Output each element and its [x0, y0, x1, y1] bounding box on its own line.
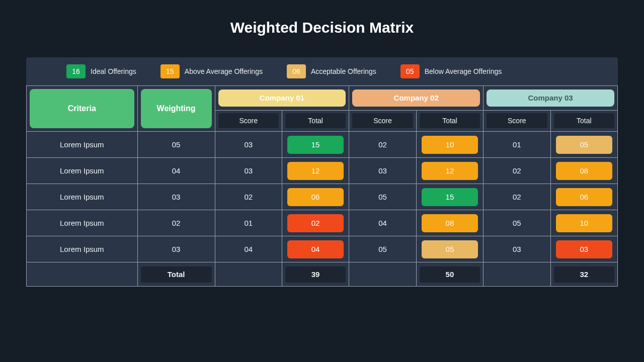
- score-cell: 04: [349, 210, 416, 236]
- score-cell: 03: [215, 132, 282, 158]
- header-company-2: Company 02: [352, 89, 480, 107]
- weight-cell: 05: [137, 132, 215, 158]
- decision-matrix-table: Criteria Weighting Company 01 Company 02…: [26, 85, 618, 287]
- score-cell: 02: [484, 184, 550, 210]
- header-weighting: Weighting: [141, 89, 212, 128]
- footer-total-label: Total: [141, 266, 212, 283]
- criteria-cell: Lorem Ipsum: [27, 184, 138, 210]
- score-cell: 03: [484, 236, 550, 262]
- sub-score: Score: [218, 113, 279, 128]
- criteria-cell: Lorem Ipsum: [27, 210, 138, 236]
- legend-item: 06 Acceptable Offerings: [287, 64, 376, 78]
- score-cell: 02: [484, 158, 550, 184]
- sub-total: Total: [420, 113, 480, 128]
- score-cell: 02: [349, 132, 416, 158]
- sub-total: Total: [285, 113, 346, 128]
- score-cell: 05: [349, 184, 416, 210]
- legend-swatch-ideal: 16: [66, 64, 86, 78]
- legend-label: Below Average Offerings: [425, 67, 502, 75]
- criteria-cell: Lorem Ipsum: [27, 132, 138, 158]
- total-chip: 12: [422, 162, 478, 180]
- header-company-3: Company 03: [487, 89, 614, 107]
- legend-item: 05 Below Average Offerings: [400, 64, 502, 78]
- total-chip: 05: [422, 240, 478, 258]
- weight-cell: 03: [137, 184, 215, 210]
- total-chip: 05: [556, 136, 613, 154]
- weight-cell: 03: [137, 236, 215, 262]
- score-cell: 01: [215, 210, 282, 236]
- weight-cell: 04: [137, 158, 215, 184]
- total-chip: 06: [556, 188, 613, 206]
- score-cell: 04: [215, 236, 282, 262]
- score-cell: 05: [484, 210, 550, 236]
- table-row: Lorem Ipsum03040405050303: [27, 236, 618, 262]
- legend-swatch-below: 05: [400, 64, 420, 78]
- footer-total-1: 39: [285, 266, 346, 283]
- legend-swatch-above: 15: [160, 64, 180, 78]
- total-chip: 12: [287, 162, 344, 180]
- legend-item: 15 Above Average Offerings: [160, 64, 263, 78]
- footer-total-2: 50: [420, 266, 480, 283]
- sub-score: Score: [487, 113, 547, 128]
- legend-swatch-acceptable: 06: [287, 64, 306, 78]
- legend: 16 Ideal Offerings 15 Above Average Offe…: [26, 57, 618, 85]
- score-cell: 01: [484, 132, 550, 158]
- table-footer-row: Total 39 50 32: [27, 262, 618, 287]
- sub-total: Total: [554, 113, 615, 128]
- table-row: Lorem Ipsum04031203120208: [27, 158, 618, 184]
- footer-total-3: 32: [554, 266, 615, 283]
- table-row: Lorem Ipsum02010204080510: [27, 210, 618, 236]
- total-chip: 10: [422, 136, 478, 154]
- weight-cell: 02: [137, 210, 215, 236]
- score-cell: 03: [349, 158, 416, 184]
- criteria-cell: Lorem Ipsum: [27, 236, 138, 262]
- page-title: Weighted Decision Matrix: [0, 0, 644, 36]
- header-criteria: Criteria: [30, 89, 134, 128]
- total-chip: 03: [556, 240, 613, 258]
- legend-item: 16 Ideal Offerings: [66, 64, 136, 78]
- total-chip: 15: [287, 136, 344, 154]
- table-row: Lorem Ipsum03020605150206: [27, 184, 618, 210]
- table-row: Lorem Ipsum05031502100105: [27, 132, 618, 158]
- total-chip: 10: [556, 214, 613, 232]
- total-chip: 08: [422, 214, 478, 232]
- total-chip: 15: [422, 188, 478, 206]
- total-chip: 04: [287, 240, 344, 258]
- criteria-cell: Lorem Ipsum: [27, 158, 138, 184]
- legend-label: Acceptable Offerings: [311, 67, 376, 75]
- score-cell: 02: [215, 184, 282, 210]
- legend-label: Above Average Offerings: [185, 67, 263, 75]
- score-cell: 05: [349, 236, 416, 262]
- total-chip: 08: [556, 162, 613, 180]
- score-cell: 03: [215, 158, 282, 184]
- legend-label: Ideal Offerings: [91, 67, 136, 75]
- total-chip: 02: [287, 214, 344, 232]
- matrix-panel: 16 Ideal Offerings 15 Above Average Offe…: [26, 57, 618, 287]
- sub-score: Score: [352, 113, 413, 128]
- total-chip: 06: [287, 188, 344, 206]
- header-company-1: Company 01: [218, 89, 346, 107]
- table-header-row: Criteria Weighting Company 01 Company 02…: [27, 86, 618, 111]
